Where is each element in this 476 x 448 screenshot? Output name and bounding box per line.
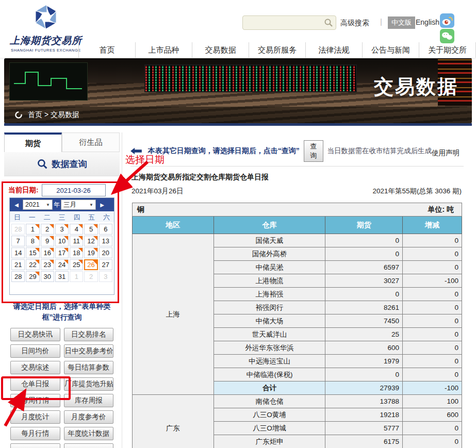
day-cell[interactable]: 10 bbox=[55, 236, 69, 246]
col-header-change: 增减 bbox=[403, 217, 462, 234]
nav-item-4[interactable]: 法律法规 bbox=[305, 42, 362, 58]
nav-item-0[interactable]: 首页 bbox=[78, 42, 135, 58]
day-cell[interactable]: 11 bbox=[70, 236, 83, 246]
change-cell: 0 bbox=[403, 328, 462, 341]
nav-item-5[interactable]: 公告与新闻 bbox=[362, 42, 419, 58]
day-cell[interactable]: 3 bbox=[55, 224, 69, 235]
page: 上海期货交易所 SHANGHAI FUTURES EXCHANGE 高级搜索 |… bbox=[0, 0, 476, 448]
day-cell[interactable]: 14 bbox=[11, 247, 25, 258]
day-cell[interactable]: 21 bbox=[11, 259, 25, 270]
day-cell[interactable]: 1 bbox=[70, 271, 83, 282]
col-header-warehouse: 仓库 bbox=[214, 217, 325, 234]
futures-cell: 13788 bbox=[325, 395, 403, 408]
tab-futures[interactable]: 期货 bbox=[4, 132, 62, 152]
nav-item-3[interactable]: 交易所服务 bbox=[249, 42, 305, 58]
day-cell[interactable]: 25 bbox=[70, 259, 83, 270]
query-button[interactable]: 查询 bbox=[304, 140, 323, 162]
warehouse-cell: 裕强闵行 bbox=[214, 301, 325, 314]
day-cell[interactable]: 24 bbox=[55, 259, 69, 270]
day-cell[interactable]: 2 bbox=[41, 224, 54, 235]
sidebar-button-7[interactable]: 厂库提货地升贴水 bbox=[64, 377, 114, 391]
day-cell[interactable]: 9 bbox=[41, 236, 54, 246]
nav-item-1[interactable]: 上市品种 bbox=[135, 42, 192, 58]
change-cell: 0 bbox=[403, 368, 462, 381]
weibo-icon[interactable] bbox=[440, 13, 454, 28]
sidebar-button-6[interactable]: 仓单日报 bbox=[10, 377, 60, 391]
day-cell[interactable]: 15 bbox=[26, 247, 39, 258]
sidebar-button-4[interactable]: 交易综述 bbox=[10, 361, 60, 374]
sidebar-button-11[interactable]: 月度参考价 bbox=[64, 410, 114, 424]
disclaimer-link[interactable]: 使用声明 bbox=[432, 148, 459, 158]
current-date-input[interactable] bbox=[42, 184, 106, 196]
day-cell[interactable]: 6 bbox=[99, 224, 112, 235]
sidebar-button-13[interactable]: 年度统计数据 bbox=[64, 427, 114, 440]
warehouse-cell: 八三O增城 bbox=[214, 422, 325, 435]
day-cell[interactable]: 19 bbox=[84, 247, 97, 258]
day-cell[interactable]: 28 bbox=[11, 271, 25, 282]
day-cell[interactable]: 18 bbox=[70, 247, 83, 258]
sidebar-button-1[interactable]: 日交易排名 bbox=[64, 328, 114, 341]
sidebar-button-9[interactable]: 库存周报 bbox=[64, 394, 114, 407]
sidebar-button-2[interactable]: 日间均价 bbox=[10, 344, 60, 358]
day-flag-icon bbox=[93, 260, 97, 264]
change-cell: 0 bbox=[403, 288, 462, 301]
day-cell[interactable]: 3 bbox=[99, 271, 112, 282]
lang-english-link[interactable]: English bbox=[416, 18, 439, 26]
day-cell[interactable]: 13 bbox=[99, 236, 112, 246]
breadcrumb-text[interactable]: 首页 > 交易数据 bbox=[28, 110, 79, 120]
futures-cell: 0 bbox=[325, 368, 403, 381]
day-cell[interactable]: 29 bbox=[26, 271, 39, 282]
wechat-icon[interactable] bbox=[440, 29, 454, 43]
day-cell[interactable]: 4 bbox=[70, 224, 83, 235]
lang-chinese-badge[interactable]: 中文版 bbox=[388, 16, 415, 29]
day-cell[interactable]: 17 bbox=[55, 247, 69, 258]
weekday-header: 日一二三四五六 bbox=[10, 213, 114, 222]
main-nav: 首页上市品种交易数据交易所服务法律法规公告与新闻关于期交所 bbox=[78, 42, 476, 58]
change-cell: 0 bbox=[403, 247, 462, 261]
day-cell[interactable]: 28 bbox=[11, 224, 25, 235]
sidebar-button-0[interactable]: 日交易快讯 bbox=[10, 328, 60, 341]
search-icon[interactable] bbox=[324, 18, 333, 27]
prev-month-button[interactable]: ◀ bbox=[11, 200, 22, 209]
day-cell[interactable]: 20 bbox=[99, 247, 112, 258]
day-cell[interactable]: 31 bbox=[55, 271, 69, 282]
sidebar-button-partial[interactable] bbox=[10, 443, 60, 448]
main-content: 本表其它日期查询，请选择日期后，点击“查询” 查询 当日数据需在收市结算完成后生… bbox=[124, 133, 467, 448]
sidebar-button-12[interactable]: 每月行情 bbox=[10, 427, 60, 440]
day-cell[interactable]: 27 bbox=[99, 259, 112, 270]
sidebar-button-3[interactable]: 日中交易参考价 bbox=[64, 344, 114, 358]
next-month-button[interactable]: ▶ bbox=[97, 200, 107, 209]
advanced-search-link[interactable]: 高级搜索 bbox=[340, 19, 369, 28]
day-cell[interactable]: 1 bbox=[26, 224, 39, 235]
day-cell[interactable]: 8 bbox=[26, 236, 39, 246]
sidebar-button-8[interactable]: 每周行情 bbox=[10, 394, 60, 407]
warehouse-cell: 上港物流 bbox=[214, 274, 325, 288]
futures-cell: 1979 bbox=[325, 355, 403, 368]
futures-cell: 25 bbox=[325, 328, 403, 341]
day-flag-icon bbox=[93, 224, 97, 228]
sidebar-button-10[interactable]: 月度统计 bbox=[10, 410, 60, 424]
day-cell[interactable]: 7 bbox=[11, 236, 25, 246]
day-flag-icon bbox=[78, 224, 83, 228]
day-cell[interactable]: 5 bbox=[84, 224, 97, 235]
nav-item-2[interactable]: 交易数据 bbox=[192, 42, 249, 58]
day-cell[interactable]: 16 bbox=[41, 247, 54, 258]
day-cell-selected[interactable]: 26 bbox=[84, 259, 97, 270]
nav-item-6[interactable]: 关于期交所 bbox=[419, 42, 476, 58]
tab-derivatives[interactable]: 衍生品 bbox=[62, 132, 120, 152]
day-flag-icon bbox=[35, 248, 39, 252]
shfe-logo[interactable]: 上海期货交易所 SHANGHAI FUTURES EXCHANGE bbox=[7, 2, 85, 53]
current-date-label: 当前日期: bbox=[8, 186, 39, 195]
calendar-days: 2812345678910111213141516171819202122232… bbox=[10, 222, 114, 282]
year-select[interactable]: 2021 ▼ bbox=[23, 200, 53, 210]
day-cell[interactable]: 12 bbox=[84, 236, 97, 246]
sidebar-button-partial[interactable] bbox=[64, 443, 114, 448]
site-search-input[interactable] bbox=[246, 17, 322, 28]
day-cell[interactable]: 22 bbox=[26, 259, 39, 270]
sidebar-button-5[interactable]: 每日结算参数 bbox=[64, 361, 114, 374]
day-cell[interactable]: 30 bbox=[41, 271, 54, 282]
day-cell[interactable]: 23 bbox=[41, 259, 54, 270]
day-cell[interactable]: 2 bbox=[84, 271, 97, 282]
change-cell: 0 bbox=[403, 355, 462, 368]
month-select[interactable]: 三月 ▼ bbox=[61, 200, 96, 210]
